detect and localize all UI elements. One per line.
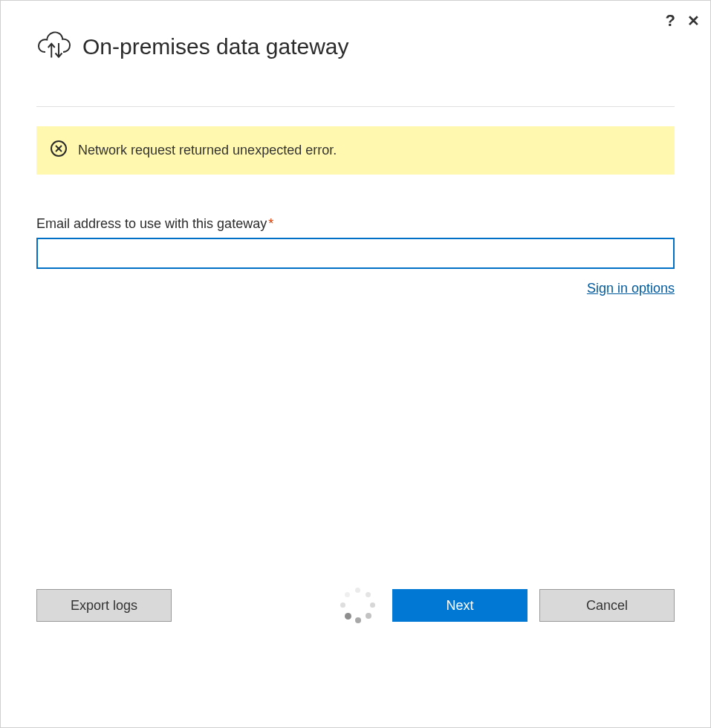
form-section: Email address to use with this gateway* …	[36, 216, 675, 296]
titlebar: ? ✕	[666, 11, 700, 30]
next-button[interactable]: Next	[392, 589, 527, 622]
sign-in-options-link[interactable]: Sign in options	[587, 281, 675, 296]
header: On-premises data gateway	[1, 1, 710, 71]
email-label-text: Email address to use with this gateway	[36, 216, 267, 231]
warning-text: Network request returned unexpected erro…	[78, 143, 337, 158]
email-field[interactable]	[36, 238, 675, 269]
required-marker: *	[268, 216, 273, 231]
export-logs-button[interactable]: Export logs	[36, 589, 172, 622]
cloud-arrows-icon	[36, 27, 72, 66]
help-icon[interactable]: ?	[666, 11, 675, 30]
error-circle-icon	[50, 140, 68, 161]
divider	[36, 106, 675, 107]
warning-banner: Network request returned unexpected erro…	[36, 126, 675, 175]
cancel-button[interactable]: Cancel	[539, 589, 675, 622]
footer: Export logs Next Cancel	[1, 588, 710, 727]
gateway-installer-window: ? ✕ On-premises data gateway	[0, 0, 711, 728]
page-title: On-premises data gateway	[82, 34, 349, 59]
loading-spinner-icon	[340, 588, 376, 623]
close-icon[interactable]: ✕	[687, 12, 700, 30]
email-label: Email address to use with this gateway*	[36, 216, 675, 232]
